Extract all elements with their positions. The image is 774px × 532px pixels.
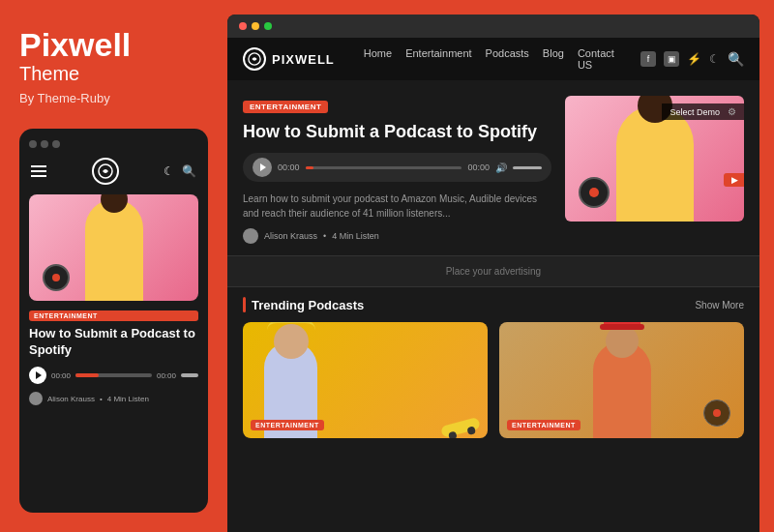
trending-section: Trending Podcasts Show More [227, 287, 759, 532]
trending-title: Trending Podcasts [252, 298, 364, 312]
hero-time-total: 00:00 [467, 163, 490, 172]
browser-logo-icon [243, 47, 266, 71]
nav-entertainment[interactable]: Entertainment [405, 47, 471, 71]
nav-contact[interactable]: Contact US [578, 47, 621, 71]
mockup-player: 00:00 00:00 [29, 367, 198, 384]
mockup-badge: ENTERTAINMENT [29, 310, 198, 321]
browser-main: ENTERTAINMENT How to Submit a Podcast to… [227, 80, 759, 532]
ad-banner: Place your advertising [227, 255, 759, 287]
browser-panel: PIXWELL Home Entertainment Podcasts Blog… [227, 15, 759, 532]
trending-cards: ENTERTAINMENT [243, 322, 744, 438]
card-2-body [593, 341, 651, 438]
mockup-article-title: How to Submit a Podcast to Spotify [29, 326, 198, 359]
browser-nav-right: f ▣ ⚡ ☾ 🔍 [640, 51, 744, 67]
hero-title: How to Submit a Podcast to Spotify [243, 121, 551, 143]
card-1-headphones [267, 322, 315, 330]
browser-dot-yellow[interactable] [252, 22, 259, 30]
brand-by: By Theme-Ruby [19, 91, 208, 105]
browser-nav-links: Home Entertainment Podcasts Blog Contact… [364, 47, 621, 71]
hamburger-icon[interactable] [31, 165, 46, 177]
card-2-brim [600, 324, 644, 330]
mockup-time-elapsed: 00:00 [51, 371, 71, 380]
facebook-icon[interactable]: f [640, 51, 656, 67]
mockup-person [85, 199, 143, 301]
card-1-badge: ENTERTAINMENT [251, 420, 324, 430]
mockup-play-button[interactable] [29, 367, 46, 384]
mockup-author-name: Alison Krauss [47, 395, 95, 403]
mockup-time-total: 00:00 [157, 371, 176, 380]
card-2-badge: ENTERTAINMENT [507, 420, 580, 430]
mockup-waveform-fill [75, 373, 99, 377]
mockup-dot-2 [41, 140, 48, 148]
trending-card-2: ENTERTAINMENT [499, 322, 744, 438]
hero-text: ENTERTAINMENT How to Submit a Podcast to… [243, 96, 565, 244]
moon-icon[interactable]: ☾ [164, 164, 174, 178]
mockup-dot-3 [52, 140, 60, 148]
search-nav-icon[interactable]: 🔍 [728, 51, 744, 67]
hero-badge: ENTERTAINMENT [243, 101, 328, 113]
mockup-vinyl-icon [43, 264, 70, 291]
browser-content: ENTERTAINMENT How to Submit a Podcast to… [227, 80, 759, 532]
skateboard-icon [440, 417, 481, 438]
brand-title: Pixwell [19, 27, 208, 63]
trending-header: Trending Podcasts Show More [243, 297, 744, 312]
hero-author-row: Alison Krauss • 4 Min Listen [243, 228, 551, 244]
browser-brand: PIXWELL [243, 47, 335, 71]
browser-navbar: PIXWELL Home Entertainment Podcasts Blog… [227, 38, 759, 80]
hero-bullet: • [323, 231, 326, 241]
card-2-person [593, 341, 651, 438]
select-demo-tab[interactable]: ▶ [724, 173, 744, 187]
show-more-link[interactable]: Show More [695, 300, 744, 310]
nav-blog[interactable]: Blog [543, 47, 564, 71]
hero-waveform [306, 166, 462, 169]
hero-player: 00:00 00:00 🔊 [243, 153, 551, 182]
moon-nav-icon[interactable]: ☾ [709, 52, 720, 66]
mockup-dot-1 [29, 140, 37, 148]
select-demo-bar: Select Demo ⚙ [662, 103, 744, 120]
browser-dot-red[interactable] [239, 22, 247, 30]
hero-description: Learn how to submit your podcast to Amaz… [243, 192, 551, 221]
search-icon[interactable]: 🔍 [182, 164, 196, 178]
browser-dot-green[interactable] [264, 22, 272, 30]
mockup-logo [92, 158, 119, 185]
hero-time-elapsed: 00:00 [278, 163, 300, 172]
browser-brand-name: PIXWELL [272, 52, 335, 67]
mockup-nav-icons: ☾ 🔍 [164, 164, 196, 178]
hero-waveform-fill [306, 166, 313, 169]
mockup-read-time: • [100, 395, 103, 403]
trending-title-wrap: Trending Podcasts [243, 297, 364, 312]
hero-volume-icon[interactable]: 🔊 [495, 163, 507, 173]
mockup-volume[interactable] [181, 373, 198, 377]
mockup-topbar: ☾ 🔍 [29, 158, 198, 185]
gear-icon[interactable]: ⚙ [728, 106, 736, 117]
ad-banner-text: Place your advertising [446, 266, 541, 277]
nav-podcasts[interactable]: Podcasts [486, 47, 529, 71]
hero-image-vinyl [579, 177, 610, 208]
left-panel: Pixwell Theme By Theme-Ruby ☾ 🔍 [0, 0, 227, 532]
hero-image-person [616, 105, 694, 222]
card-2-head [606, 325, 639, 358]
mockup-window-controls [29, 140, 198, 148]
hero-volume-bar[interactable] [513, 166, 542, 169]
mockup-read-time-text: 4 Min Listen [107, 395, 149, 403]
trending-card-1: ENTERTAINMENT [243, 322, 488, 438]
lightning-icon: ⚡ [687, 52, 701, 66]
mobile-mockup: ☾ 🔍 ENTERTAINMENT How to Submit a Podcas… [19, 129, 208, 513]
brand-subtitle: Theme [19, 63, 208, 85]
hero-avatar [243, 228, 258, 244]
browser-titlebar [227, 15, 759, 38]
mockup-waveform [75, 373, 152, 377]
hero-section: ENTERTAINMENT How to Submit a Podcast to… [227, 80, 759, 255]
mockup-author-row: Alison Krauss • 4 Min Listen [29, 392, 198, 405]
nav-home[interactable]: Home [364, 47, 392, 71]
mockup-avatar [29, 392, 43, 405]
hero-image: Select Demo ⚙ ▶ [565, 96, 744, 222]
select-demo-label[interactable]: Select Demo [670, 107, 720, 117]
trending-accent-bar [243, 297, 246, 312]
hero-play-button[interactable] [253, 158, 272, 177]
hero-read-time: 4 Min Listen [332, 231, 379, 241]
hero-author-name: Alison Krauss [264, 231, 317, 241]
mockup-hero-image [29, 194, 198, 301]
instagram-icon[interactable]: ▣ [664, 51, 679, 67]
card-2-vinyl [703, 399, 730, 427]
